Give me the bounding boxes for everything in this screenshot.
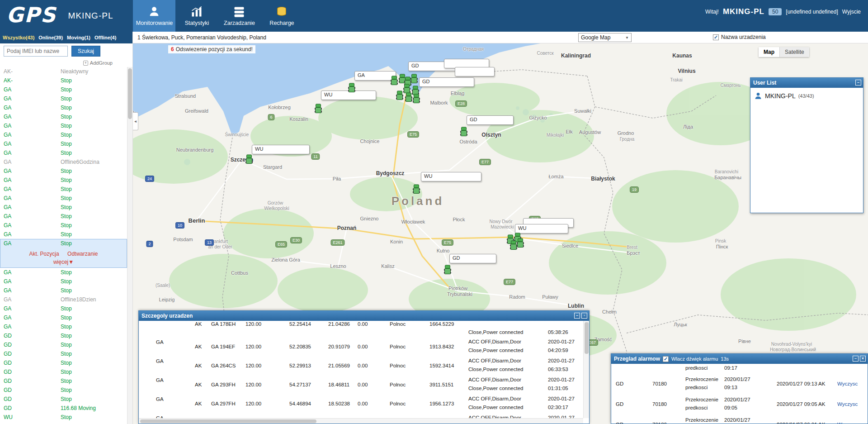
device-row[interactable]: GA Stop (0, 239, 127, 248)
device-detail-row[interactable]: GA AK GA 293FH 120.00 54.27137 18.46811 … (139, 375, 583, 394)
map-type-satellite-button[interactable]: Satellite (779, 47, 809, 57)
device-row[interactable]: AK- Nieaktywny (0, 67, 127, 76)
device-label-popup[interactable]: GD (467, 115, 514, 125)
device-row[interactable]: GA Stop (0, 130, 127, 139)
device-row[interactable]: GA Offline18Dzien (0, 295, 127, 304)
minimize-icon[interactable]: – (574, 313, 580, 319)
filter-tab[interactable]: Online(39) (38, 35, 63, 40)
close-icon[interactable]: × (860, 356, 866, 362)
device-label-popup[interactable]: WU (421, 172, 481, 181)
alarm-row[interactable]: GD 70180 Przekroczenie predkosci 2020/01… (611, 414, 868, 424)
details-horizontal-scrollbar[interactable] (139, 418, 583, 424)
filter-tab[interactable]: Wszystko(43) (3, 35, 34, 40)
truck-marker[interactable] (413, 94, 420, 104)
device-row[interactable]: GA Stop (0, 322, 127, 331)
restore-icon[interactable]: ▫ (581, 313, 587, 319)
search-button[interactable]: Szukaj (71, 46, 100, 57)
device-row[interactable]: GD Stop (0, 331, 127, 340)
device-row[interactable]: GA Stop (0, 221, 127, 230)
device-name-toggle[interactable]: ✓ Nazwa urzadzenia (713, 34, 766, 40)
device-row[interactable]: GA Stop (0, 185, 127, 194)
details-vertical-scrollbar[interactable] (583, 321, 589, 418)
sidebar-collapse-handle[interactable]: ◄ (133, 112, 138, 130)
device-row[interactable]: GA Stop (0, 112, 127, 121)
alarm-clear-link[interactable]: Wyczysc (837, 422, 858, 424)
user-list-item[interactable]: MKING-PL (43/43) (750, 88, 863, 104)
device-row[interactable]: AK- Stop (0, 76, 127, 85)
device-row[interactable]: GA Stop (0, 176, 127, 185)
device-row[interactable]: GA Stop (0, 103, 127, 112)
device-row[interactable]: GD Stop (0, 376, 127, 386)
device-row[interactable]: GD Stop (0, 395, 127, 404)
nav-tab[interactable]: Monitorowanie (133, 0, 175, 32)
truck-marker[interactable] (245, 154, 253, 165)
device-row[interactable]: GA Stop (0, 94, 127, 103)
nav-tab[interactable]: Statystyki (175, 0, 218, 32)
device-row[interactable]: GD Stop (0, 349, 127, 358)
device-row[interactable]: GD Stop (0, 358, 127, 367)
device-row[interactable]: GA Stop (0, 85, 127, 94)
alarm-row[interactable]: GD 70180 Przekroczenie predkosci 2020/01… (611, 394, 868, 414)
device-row[interactable]: GD Stop (0, 367, 127, 376)
logout-link[interactable]: Wyjscie (842, 9, 861, 15)
device-detail-row[interactable]: GA AK GA 264CS 120.00 52.29913 21.05569 … (139, 356, 583, 375)
filter-tab[interactable]: Moving(1) (67, 35, 90, 40)
device-row[interactable]: GA Stop (0, 148, 127, 157)
truck-marker[interactable] (460, 127, 468, 137)
s crollbar-thumb[interactable] (128, 68, 132, 119)
device-row[interactable]: GA Stop (0, 212, 127, 221)
map-layer-select[interactable]: Google Map ▼ (578, 33, 632, 42)
device-row[interactable]: GA Offline6Godzina (0, 157, 127, 167)
truck-marker[interactable] (348, 83, 356, 93)
filter-tab[interactable]: Offline(4) (94, 35, 116, 40)
truck-marker[interactable] (391, 76, 398, 86)
action-current-position[interactable]: Akt. Pozycja (29, 251, 59, 257)
imei-search-input[interactable] (4, 46, 68, 57)
device-row[interactable]: GD 116.68 Moving (0, 404, 127, 413)
truck-marker[interactable] (315, 104, 322, 114)
device-label-popup[interactable]: WU (252, 145, 310, 154)
add-group-link[interactable]: + AddGroup (0, 59, 132, 67)
sidebar-scrollbar[interactable] (127, 67, 132, 424)
device-row[interactable]: GA Stop (0, 230, 127, 239)
device-row[interactable]: GA Stop (0, 313, 127, 322)
map-type-map-button[interactable]: Map (759, 47, 779, 57)
truck-marker[interactable] (413, 184, 420, 195)
device-row[interactable]: GA Stop (0, 139, 127, 148)
device-row[interactable]: GA Stop (0, 286, 127, 295)
scrollbar-thumb[interactable] (140, 419, 316, 423)
device-label-popup[interactable] (455, 67, 495, 76)
device-detail-row[interactable]: GA AK GA 297FH 120.00 54.46894 18.50238 … (139, 394, 583, 413)
device-row[interactable]: WU Stop (0, 413, 127, 422)
nav-tab[interactable]: Zarzadzanie (218, 0, 260, 32)
alarm-clear-link[interactable]: Wyczysc (837, 381, 858, 386)
device-row[interactable]: GA Stop (0, 304, 127, 313)
device-row[interactable]: GD Stop (0, 386, 127, 395)
action-playback[interactable]: Odtwarzanie (67, 251, 98, 257)
device-label-popup[interactable]: GA (354, 71, 396, 81)
device-row[interactable]: GA Stop (0, 121, 127, 130)
device-row[interactable]: GA Stop (0, 167, 127, 176)
device-detail-row[interactable]: AK GA 178EH 120.00 52.25414 21.04286 0.0… (139, 321, 583, 337)
checkbox-checked-icon[interactable]: ✓ (713, 34, 719, 40)
scrollbar-thumb[interactable] (585, 322, 589, 354)
minimize-icon[interactable]: – (855, 80, 861, 86)
truck-marker[interactable] (410, 74, 418, 84)
device-detail-row[interactable]: GA AK GA 341CS 120.00 51.70291 19.30789 … (139, 413, 583, 418)
alarm-row[interactable]: predkosci 09:17 (611, 364, 868, 374)
device-label-popup[interactable]: GD (449, 254, 496, 263)
minimize-icon[interactable]: – (853, 356, 859, 362)
device-row[interactable]: GA Stop (0, 268, 127, 277)
device-row[interactable]: GA Stop (0, 194, 127, 203)
alarm-row[interactable]: GD 70180 Przekroczenie predkosci 2020/01… (611, 374, 868, 394)
device-row[interactable]: GD Stop (0, 340, 127, 349)
truck-marker[interactable] (396, 91, 404, 101)
action-more[interactable]: więcej▼ (53, 259, 74, 265)
nav-tab[interactable]: Recharge (260, 0, 303, 32)
truck-marker[interactable] (517, 238, 524, 248)
truck-marker[interactable] (444, 265, 452, 275)
device-row[interactable]: GA Stop (0, 203, 127, 212)
truck-marker[interactable] (405, 92, 413, 103)
device-detail-row[interactable]: GA AK GA 194EF 120.00 52.20835 20.91079 … (139, 337, 583, 356)
alarm-sound-checkbox[interactable]: ✓ (663, 356, 669, 362)
